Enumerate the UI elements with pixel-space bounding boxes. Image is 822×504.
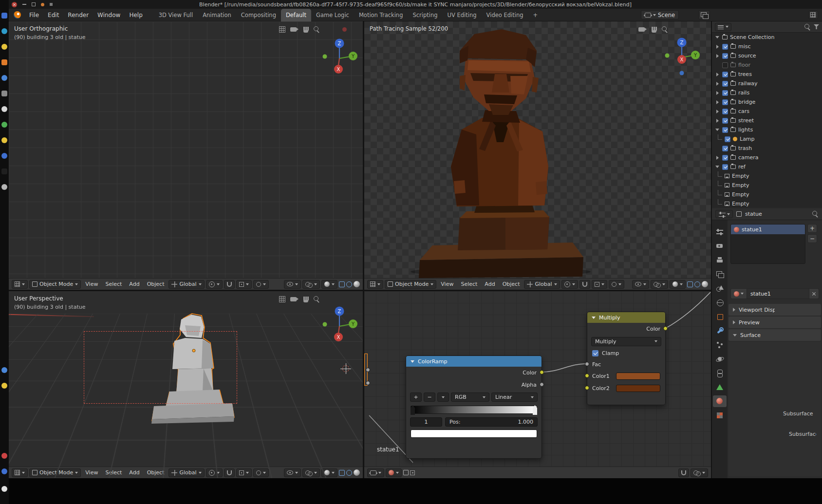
menu-object[interactable]: Object	[144, 281, 168, 287]
dock-app-icon[interactable]	[1, 486, 7, 492]
remove-slot-button[interactable]: −	[807, 234, 817, 243]
shader-node-editor[interactable]: statue1 ColorRamp Color Alpha + − RGB Li…	[364, 291, 711, 478]
menu-render[interactable]: Render	[63, 12, 93, 19]
object-checkbox[interactable]	[725, 136, 730, 142]
menu-object[interactable]: Object	[144, 469, 168, 476]
socket-color2-input[interactable]	[585, 386, 589, 390]
blend-mode-select[interactable]: Multiply	[591, 337, 661, 346]
menu-object[interactable]: Object	[500, 281, 523, 287]
viewport-orthographic[interactable]: User Orthographic (90) building 3 old | …	[9, 21, 363, 290]
outliner[interactable]: Scene Collection misc source floor trees…	[712, 21, 822, 207]
pan-hand-icon[interactable]	[652, 27, 657, 33]
editor-type-button[interactable]	[12, 468, 28, 477]
outliner-row[interactable]: Empty	[712, 199, 822, 207]
search-icon[interactable]	[804, 24, 811, 30]
outliner-row[interactable]: misc	[712, 42, 822, 51]
rendered-toggle-icon[interactable]	[346, 281, 352, 287]
camera-view-icon[interactable]	[290, 297, 297, 301]
shading-dropdown[interactable]	[321, 280, 337, 289]
properties-tab-texture[interactable]	[713, 410, 727, 421]
navigation-gizmo[interactable]: Z Y X	[321, 305, 358, 342]
color2-swatch[interactable]	[616, 385, 660, 392]
gizmos-dropdown[interactable]	[302, 280, 320, 289]
wireframe-toggle-icon[interactable]	[339, 281, 345, 287]
screen-layout-button[interactable]	[808, 11, 818, 19]
mode-selector[interactable]: Object Mode	[29, 468, 81, 477]
tab-video-editing[interactable]: Video Editing	[482, 9, 528, 21]
add-workspace-button[interactable]: +	[528, 9, 543, 21]
panel-viewport-display[interactable]: Viewport Display	[729, 304, 821, 316]
tab-motion-tracking[interactable]: Motion Tracking	[354, 9, 408, 21]
zoom-icon[interactable]	[314, 296, 320, 302]
snap-toggle[interactable]	[579, 280, 590, 289]
browse-material-button[interactable]	[730, 288, 747, 299]
socket-color-output[interactable]	[540, 370, 544, 374]
properties-tab-modifiers[interactable]	[713, 325, 727, 336]
panel-surface[interactable]: Surface	[729, 329, 821, 341]
dock-app-icon[interactable]	[1, 91, 7, 96]
ramp-stop-black[interactable]	[411, 405, 415, 415]
collapse-icon[interactable]	[411, 360, 414, 363]
orientation-selector[interactable]: Global	[168, 468, 204, 477]
gizmos-dropdown[interactable]	[651, 280, 668, 289]
properties-tab-particles[interactable]	[713, 339, 727, 351]
gizmos-dropdown[interactable]	[302, 468, 320, 477]
wireframe-toggle-icon[interactable]	[687, 281, 693, 287]
search-icon[interactable]	[812, 211, 819, 217]
menu-window[interactable]: Window	[93, 12, 125, 19]
material-preview-icon[interactable]	[702, 281, 708, 287]
overlays-dropdown[interactable]	[691, 468, 708, 477]
pan-hand-icon[interactable]	[303, 27, 309, 33]
outliner-row[interactable]: Lamp	[712, 134, 822, 144]
outliner-row[interactable]: railway	[712, 79, 822, 88]
tab-game-logic[interactable]: Game Logic	[311, 9, 354, 21]
visibility-dropdown[interactable]	[284, 280, 301, 289]
rendered-toggle-icon[interactable]	[694, 281, 700, 287]
disclosure-open-icon[interactable]	[715, 36, 719, 38]
material-name-field[interactable]: statue1	[747, 288, 809, 299]
material-preview-icon[interactable]	[354, 469, 360, 476]
collection-checkbox[interactable]	[722, 109, 728, 114]
mode-selector[interactable]: Object Mode	[29, 280, 81, 289]
outliner-row[interactable]: cars	[712, 107, 822, 116]
menu-select[interactable]: Select	[458, 281, 480, 287]
add-slot-button[interactable]: +	[807, 224, 817, 233]
outliner-row-scene-collection[interactable]: Scene Collection	[712, 33, 822, 42]
menu-view[interactable]: View	[438, 281, 456, 287]
snap-target-selector[interactable]	[592, 280, 607, 289]
collection-checkbox[interactable]	[722, 164, 728, 170]
snap-toggle[interactable]	[224, 468, 235, 477]
colorramp-gradient[interactable]	[411, 406, 537, 414]
collapse-icon[interactable]	[592, 317, 596, 319]
grid-toggle-icon[interactable]	[279, 296, 285, 302]
maximize-button[interactable]	[32, 2, 36, 6]
blender-logo-icon[interactable]	[14, 11, 21, 19]
collection-checkbox[interactable]	[722, 62, 728, 68]
clamp-checkbox[interactable]	[592, 350, 598, 356]
proportional-edit-selector[interactable]	[253, 468, 269, 477]
snap-target-selector[interactable]	[236, 280, 252, 289]
socket-output[interactable]	[366, 368, 370, 372]
collection-checkbox[interactable]	[722, 72, 728, 77]
minimize-button[interactable]	[22, 4, 26, 5]
collection-checkbox[interactable]	[722, 99, 728, 105]
dock-app-icon[interactable]	[1, 184, 7, 190]
disclosure-closed-icon[interactable]	[716, 100, 719, 104]
proportional-edit-selector[interactable]	[609, 280, 624, 289]
collection-checkbox[interactable]	[722, 127, 728, 133]
node-header[interactable]: ColorRamp	[406, 356, 542, 367]
unlink-material-button[interactable]	[809, 288, 819, 299]
shading-dropdown[interactable]	[321, 468, 337, 477]
properties-tab-tool[interactable]	[713, 226, 727, 238]
snap-target-selector[interactable]	[236, 468, 252, 477]
dock-app-icon[interactable]	[1, 468, 7, 474]
node-header[interactable]: Multiply	[587, 312, 665, 323]
snap-toggle[interactable]	[678, 468, 689, 477]
menu-add[interactable]: Add	[482, 281, 498, 287]
orientation-selector[interactable]: Global	[524, 280, 560, 289]
disclosure-open-icon[interactable]	[715, 166, 719, 168]
properties-tab-world[interactable]	[713, 297, 727, 308]
node-multiply[interactable]: Multiply Color Multiply Clamp Fac Color1…	[587, 312, 666, 405]
socket-fac-input[interactable]	[585, 362, 589, 366]
disclosure-closed-icon[interactable]	[716, 73, 719, 76]
